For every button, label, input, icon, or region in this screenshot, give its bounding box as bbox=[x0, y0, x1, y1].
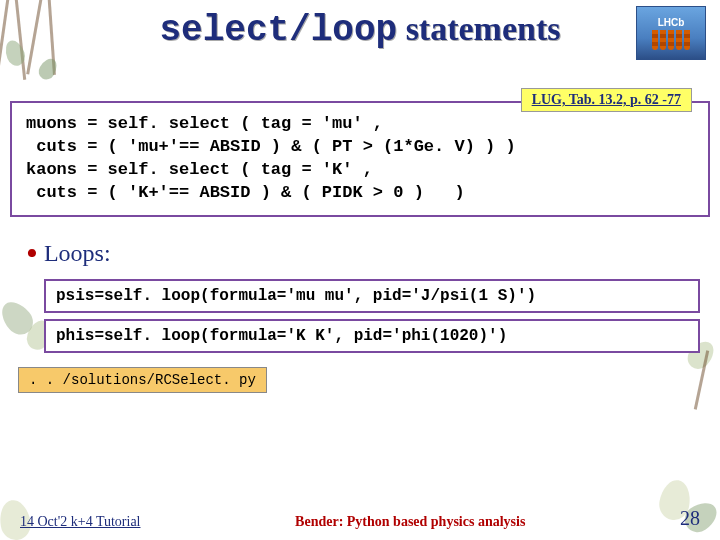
footer-left: 14 Oct'2 k+4 Tutorial bbox=[20, 514, 140, 530]
title-rest: statements bbox=[397, 10, 560, 47]
loops-heading: Loops: bbox=[26, 235, 720, 273]
logo-graphic bbox=[652, 30, 690, 50]
path-badge: . . /solutions/RCSelect. py bbox=[18, 367, 267, 393]
footer: 14 Oct'2 k+4 Tutorial Bender: Python bas… bbox=[0, 507, 720, 530]
reference-badge: LUG, Tab. 13.2, p. 62 -77 bbox=[521, 88, 692, 112]
code-line-phis: phis=self. loop(formula='K K', pid='phi(… bbox=[44, 319, 700, 353]
title-mono: select/loop bbox=[160, 10, 398, 51]
lhcb-logo: LHCb bbox=[636, 6, 706, 60]
footer-mid: Bender: Python based physics analysis bbox=[295, 514, 525, 530]
title-row: select/loop statements LHCb bbox=[0, 0, 720, 51]
slide-title: select/loop statements bbox=[160, 10, 561, 51]
code-line-psis: psis=self. loop(formula='mu mu', pid='J/… bbox=[44, 279, 700, 313]
logo-text: LHCb bbox=[658, 17, 685, 28]
page-number: 28 bbox=[680, 507, 700, 530]
code-block-main: muons = self. select ( tag = 'mu' , cuts… bbox=[10, 101, 710, 217]
